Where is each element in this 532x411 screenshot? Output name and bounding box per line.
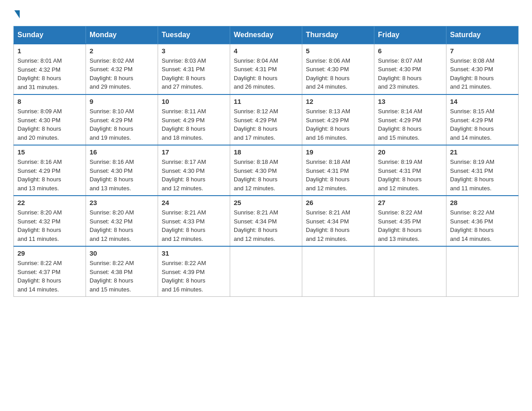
day-info: Sunrise: 8:16 AM Sunset: 4:30 PM Dayligh… bbox=[90, 158, 154, 193]
calendar-cell: 26 Sunrise: 8:21 AM Sunset: 4:34 PM Dayl… bbox=[302, 196, 374, 246]
day-number: 5 bbox=[306, 47, 370, 55]
day-number: 26 bbox=[306, 199, 370, 206]
calendar-cell: 25 Sunrise: 8:21 AM Sunset: 4:34 PM Dayl… bbox=[230, 196, 302, 246]
day-info: Sunrise: 8:10 AM Sunset: 4:29 PM Dayligh… bbox=[90, 107, 154, 142]
page-header bbox=[13, 9, 519, 17]
day-number: 8 bbox=[17, 98, 82, 105]
day-number: 2 bbox=[90, 47, 154, 55]
day-info: Sunrise: 8:18 AM Sunset: 4:31 PM Dayligh… bbox=[306, 158, 370, 193]
day-number: 16 bbox=[90, 148, 154, 156]
day-info: Sunrise: 8:18 AM Sunset: 4:30 PM Dayligh… bbox=[234, 158, 298, 193]
day-number: 19 bbox=[306, 148, 370, 156]
calendar-cell: 13 Sunrise: 8:14 AM Sunset: 4:29 PM Dayl… bbox=[374, 94, 446, 145]
day-info: Sunrise: 8:17 AM Sunset: 4:30 PM Dayligh… bbox=[162, 158, 226, 193]
calendar-cell: 29 Sunrise: 8:22 AM Sunset: 4:37 PM Dayl… bbox=[14, 246, 86, 297]
calendar-cell: 20 Sunrise: 8:19 AM Sunset: 4:31 PM Dayl… bbox=[374, 145, 446, 196]
day-info: Sunrise: 8:15 AM Sunset: 4:29 PM Dayligh… bbox=[450, 107, 515, 142]
calendar-cell: 24 Sunrise: 8:21 AM Sunset: 4:33 PM Dayl… bbox=[158, 196, 230, 246]
calendar-cell: 23 Sunrise: 8:20 AM Sunset: 4:32 PM Dayl… bbox=[86, 196, 158, 246]
calendar-cell: 6 Sunrise: 8:07 AM Sunset: 4:30 PM Dayli… bbox=[374, 44, 446, 94]
calendar-table: SundayMondayTuesdayWednesdayThursdayFrid… bbox=[13, 26, 519, 297]
calendar-cell bbox=[374, 246, 446, 297]
calendar-cell: 15 Sunrise: 8:16 AM Sunset: 4:29 PM Dayl… bbox=[14, 145, 86, 196]
day-info: Sunrise: 8:20 AM Sunset: 4:32 PM Dayligh… bbox=[90, 208, 154, 243]
day-number: 6 bbox=[378, 47, 442, 55]
calendar-cell bbox=[302, 246, 374, 297]
day-info: Sunrise: 8:21 AM Sunset: 4:34 PM Dayligh… bbox=[306, 208, 370, 243]
weekday-header-saturday: Saturday bbox=[446, 26, 519, 44]
day-number: 30 bbox=[90, 249, 154, 257]
day-number: 3 bbox=[162, 47, 226, 55]
weekday-header-sunday: Sunday bbox=[14, 26, 86, 44]
calendar-cell: 9 Sunrise: 8:10 AM Sunset: 4:29 PM Dayli… bbox=[86, 94, 158, 145]
day-number: 29 bbox=[17, 249, 82, 257]
weekday-header-monday: Monday bbox=[86, 26, 158, 44]
day-number: 4 bbox=[234, 47, 298, 55]
weekday-header-wednesday: Wednesday bbox=[230, 26, 302, 44]
day-info: Sunrise: 8:14 AM Sunset: 4:29 PM Dayligh… bbox=[378, 107, 442, 142]
calendar-cell: 19 Sunrise: 8:18 AM Sunset: 4:31 PM Dayl… bbox=[302, 145, 374, 196]
day-number: 18 bbox=[234, 148, 298, 156]
calendar-cell: 10 Sunrise: 8:11 AM Sunset: 4:29 PM Dayl… bbox=[158, 94, 230, 145]
day-info: Sunrise: 8:07 AM Sunset: 4:30 PM Dayligh… bbox=[378, 56, 442, 91]
calendar-cell: 3 Sunrise: 8:03 AM Sunset: 4:31 PM Dayli… bbox=[158, 44, 230, 94]
calendar-cell: 21 Sunrise: 8:19 AM Sunset: 4:31 PM Dayl… bbox=[446, 145, 519, 196]
day-info: Sunrise: 8:19 AM Sunset: 4:31 PM Dayligh… bbox=[378, 158, 442, 193]
day-info: Sunrise: 8:22 AM Sunset: 4:38 PM Dayligh… bbox=[90, 259, 154, 294]
day-info: Sunrise: 8:04 AM Sunset: 4:31 PM Dayligh… bbox=[234, 56, 298, 91]
day-number: 31 bbox=[162, 249, 226, 257]
calendar-cell: 16 Sunrise: 8:16 AM Sunset: 4:30 PM Dayl… bbox=[86, 145, 158, 196]
day-number: 9 bbox=[90, 98, 154, 105]
day-info: Sunrise: 8:13 AM Sunset: 4:29 PM Dayligh… bbox=[306, 107, 370, 142]
calendar-cell: 14 Sunrise: 8:15 AM Sunset: 4:29 PM Dayl… bbox=[446, 94, 519, 145]
calendar-cell bbox=[230, 246, 302, 297]
calendar-cell: 8 Sunrise: 8:09 AM Sunset: 4:30 PM Dayli… bbox=[14, 94, 86, 145]
calendar-cell: 18 Sunrise: 8:18 AM Sunset: 4:30 PM Dayl… bbox=[230, 145, 302, 196]
day-number: 14 bbox=[450, 98, 515, 105]
calendar-cell: 17 Sunrise: 8:17 AM Sunset: 4:30 PM Dayl… bbox=[158, 145, 230, 196]
day-number: 13 bbox=[378, 98, 442, 105]
calendar-week-row: 8 Sunrise: 8:09 AM Sunset: 4:30 PM Dayli… bbox=[14, 94, 519, 145]
day-info: Sunrise: 8:11 AM Sunset: 4:29 PM Dayligh… bbox=[162, 107, 226, 142]
day-number: 24 bbox=[162, 199, 226, 206]
day-number: 11 bbox=[234, 98, 298, 105]
calendar-cell: 12 Sunrise: 8:13 AM Sunset: 4:29 PM Dayl… bbox=[302, 94, 374, 145]
day-info: Sunrise: 8:09 AM Sunset: 4:30 PM Dayligh… bbox=[17, 107, 82, 142]
calendar-cell: 1 Sunrise: 8:01 AM Sunset: 4:32 PM Dayli… bbox=[14, 44, 86, 94]
calendar-cell: 31 Sunrise: 8:22 AM Sunset: 4:39 PM Dayl… bbox=[158, 246, 230, 297]
day-number: 17 bbox=[162, 148, 226, 156]
day-info: Sunrise: 8:22 AM Sunset: 4:35 PM Dayligh… bbox=[378, 208, 442, 243]
calendar-week-row: 15 Sunrise: 8:16 AM Sunset: 4:29 PM Dayl… bbox=[14, 145, 519, 196]
calendar-week-row: 29 Sunrise: 8:22 AM Sunset: 4:37 PM Dayl… bbox=[14, 246, 519, 297]
day-number: 15 bbox=[17, 148, 82, 156]
calendar-cell: 7 Sunrise: 8:08 AM Sunset: 4:30 PM Dayli… bbox=[446, 44, 519, 94]
day-number: 27 bbox=[378, 199, 442, 206]
day-info: Sunrise: 8:22 AM Sunset: 4:36 PM Dayligh… bbox=[450, 208, 515, 243]
day-number: 21 bbox=[450, 148, 515, 156]
calendar-cell: 22 Sunrise: 8:20 AM Sunset: 4:32 PM Dayl… bbox=[14, 196, 86, 246]
day-info: Sunrise: 8:06 AM Sunset: 4:30 PM Dayligh… bbox=[306, 56, 370, 91]
day-number: 20 bbox=[378, 148, 442, 156]
day-number: 12 bbox=[306, 98, 370, 105]
day-info: Sunrise: 8:03 AM Sunset: 4:31 PM Dayligh… bbox=[162, 56, 226, 91]
calendar-cell: 27 Sunrise: 8:22 AM Sunset: 4:35 PM Dayl… bbox=[374, 196, 446, 246]
day-number: 23 bbox=[90, 199, 154, 206]
day-info: Sunrise: 8:20 AM Sunset: 4:32 PM Dayligh… bbox=[17, 208, 82, 243]
weekday-header-tuesday: Tuesday bbox=[158, 26, 230, 44]
logo-arrow-icon bbox=[14, 10, 20, 18]
day-info: Sunrise: 8:21 AM Sunset: 4:34 PM Dayligh… bbox=[234, 208, 298, 243]
day-info: Sunrise: 8:21 AM Sunset: 4:33 PM Dayligh… bbox=[162, 208, 226, 243]
day-number: 28 bbox=[450, 199, 515, 206]
day-number: 25 bbox=[234, 199, 298, 206]
calendar-cell: 28 Sunrise: 8:22 AM Sunset: 4:36 PM Dayl… bbox=[446, 196, 519, 246]
weekday-header-friday: Friday bbox=[374, 26, 446, 44]
logo bbox=[13, 9, 21, 17]
day-info: Sunrise: 8:01 AM Sunset: 4:32 PM Dayligh… bbox=[17, 56, 82, 91]
day-info: Sunrise: 8:08 AM Sunset: 4:30 PM Dayligh… bbox=[450, 56, 515, 91]
calendar-cell: 4 Sunrise: 8:04 AM Sunset: 4:31 PM Dayli… bbox=[230, 44, 302, 94]
calendar-week-row: 22 Sunrise: 8:20 AM Sunset: 4:32 PM Dayl… bbox=[14, 196, 519, 246]
calendar-cell: 30 Sunrise: 8:22 AM Sunset: 4:38 PM Dayl… bbox=[86, 246, 158, 297]
day-info: Sunrise: 8:22 AM Sunset: 4:39 PM Dayligh… bbox=[162, 259, 226, 294]
calendar-cell: 11 Sunrise: 8:12 AM Sunset: 4:29 PM Dayl… bbox=[230, 94, 302, 145]
calendar-cell bbox=[446, 246, 519, 297]
